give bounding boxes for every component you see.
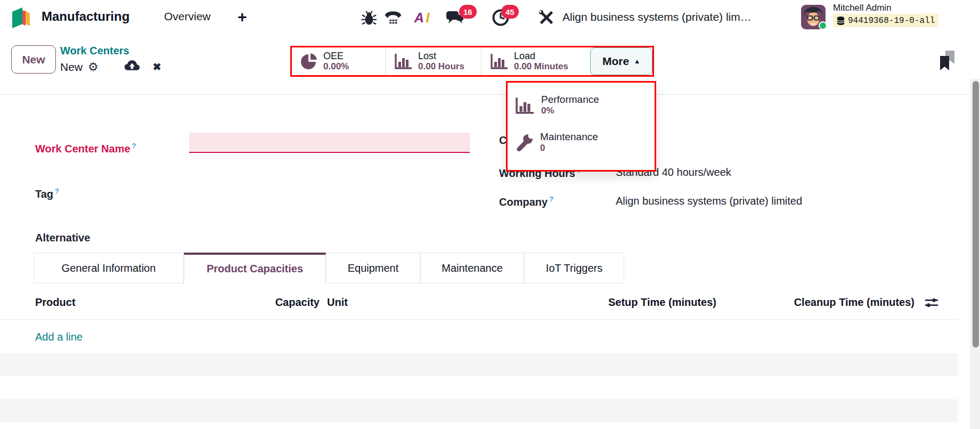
dropdown-item-label: Maintenance [540,132,598,143]
app-window: Manufacturing Overview + [0,0,980,429]
svg-text:A: A [414,10,424,25]
optional-columns-icon[interactable] [924,296,939,311]
column-header-product[interactable]: Product [35,296,76,309]
column-header-unit[interactable]: Unit [327,296,348,309]
manufacturing-app-icon [8,5,32,30]
new-action-icon[interactable]: + [238,9,247,25]
new-button[interactable]: New [11,45,56,74]
more-button[interactable]: More ▲ [590,47,652,75]
more-dropdown: Performance 0% Maintenance 0 [506,81,656,172]
panel-divider [0,94,970,95]
scrollbar-thumb[interactable] [973,81,979,347]
actions-gear-icon[interactable]: ⚙ [88,60,99,74]
pie-chart-icon [300,52,318,70]
column-header-cleanup-time[interactable]: Cleanup Time (minutes) [755,296,914,309]
app-title: Manufacturing [42,9,129,24]
database-icon [837,16,845,26]
stat-value: 0.00 Minutes [514,61,568,72]
field-label-company: Company? [499,195,553,208]
column-header-setup-time[interactable]: Setup Time (minutes) [557,296,716,309]
messages-count-badge: 16 [459,5,477,19]
dropdown-item-value: 0 [540,143,598,153]
svg-text:I: I [426,10,430,25]
add-a-line-link[interactable]: Add a line [35,331,83,343]
tab-product-capacities[interactable]: Product Capacities [184,253,326,284]
favorite-bookmark-icon[interactable] [939,51,955,74]
company-value[interactable]: Align business systems (private) limited [616,195,802,207]
online-status-dot [819,21,827,30]
breadcrumb-parent[interactable]: Work Centers [60,45,129,57]
voip-phone-icon[interactable] [383,8,403,27]
menu-overview[interactable]: Overview [164,10,211,23]
stat-button-oee[interactable]: OEE 0.00% [292,47,386,75]
column-header-capacity[interactable]: Capacity [250,296,320,309]
dropdown-item-value: 0% [541,106,599,116]
stat-button-load[interactable]: Load 0.00 Minutes [481,47,589,75]
bar-chart-icon [489,53,509,70]
empty-table-row [0,399,958,422]
notebook-tabs: General Information Product Capacities E… [34,253,624,284]
ai-icon[interactable]: A I [413,8,432,27]
company-switcher[interactable]: Align business systems (private) lim… [562,0,752,34]
activities-count-badge: 45 [501,5,519,19]
help-icon: ? [549,195,553,203]
user-name: Mitchell Admin [833,3,892,13]
stat-value: 0.00% [323,61,349,72]
tools-icon[interactable] [537,8,556,27]
field-label-work-center-name: Work Center Name? [35,142,136,155]
work-center-name-input[interactable] [189,133,470,153]
debug-bug-icon[interactable] [360,8,379,27]
help-icon: ? [55,187,59,195]
discard-close-icon[interactable]: ✖ [153,61,161,73]
stat-value: 0.00 Hours [418,61,464,72]
stat-buttons-annotation-box: OEE 0.00% Lost 0.00 Hours [290,46,654,77]
dropdown-item-label: Performance [541,94,599,106]
help-icon: ? [132,142,136,150]
table-header-divider [0,319,958,320]
avatar[interactable] [801,5,826,29]
tab-maintenance[interactable]: Maintenance [420,253,524,284]
stat-label: Load [514,51,568,61]
database-badge[interactable]: 94419368-19-0-all [833,14,938,27]
save-cloud-icon[interactable] [124,60,140,74]
tab-general-information[interactable]: General Information [34,253,184,284]
empty-table-row [0,353,958,376]
stat-label: OEE [323,51,349,61]
caret-up-icon: ▲ [634,58,640,65]
top-navbar: Manufacturing Overview + [0,0,980,34]
dropdown-item-maintenance[interactable]: Maintenance 0 [508,126,655,159]
database-name: 94419368-19-0-all [848,16,935,26]
dropdown-item-performance[interactable]: Performance 0% [508,89,655,122]
stat-button-lost[interactable]: Lost 0.00 Hours [386,47,481,75]
tab-iot-triggers[interactable]: IoT Triggers [524,253,624,284]
tab-equipment[interactable]: Equipment [326,253,420,284]
bar-chart-icon [394,53,413,70]
more-button-label: More [602,55,629,68]
field-label-tag: Tag? [35,187,59,200]
bar-chart-icon [514,96,535,115]
stat-label: Lost [418,51,464,61]
breadcrumb-current: New [60,61,83,74]
breadcrumb: New ⚙ ✖ [60,60,161,74]
wrench-icon [514,133,534,153]
